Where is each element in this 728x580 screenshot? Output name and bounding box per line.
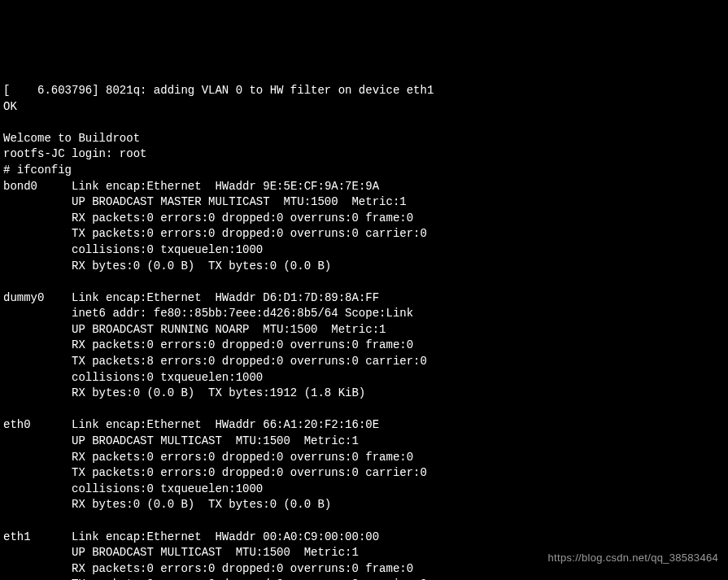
iface-name: eth0 xyxy=(3,418,31,431)
iface-label-eth0: eth0 Link encap:Ethernet HWaddr 66:A1:20… xyxy=(3,418,379,431)
iface-detail: Link encap:Ethernet HWaddr 9E:5E:CF:9A:7… xyxy=(72,180,379,193)
kernel-msg: [ 6.603796] 8021q: adding VLAN 0 to HW f… xyxy=(3,84,434,97)
login-prompt[interactable]: rootfs-JC login: root xyxy=(3,147,146,160)
iface-detail: UP BROADCAST RUNNING NOARP MTU:1500 Metr… xyxy=(3,323,386,336)
terminal-output: [ 6.603796] 8021q: adding VLAN 0 to HW f… xyxy=(0,63,728,580)
iface-detail: RX bytes:0 (0.0 B) TX bytes:1912 (1.8 Ki… xyxy=(3,386,365,399)
iface-detail: UP BROADCAST MASTER MULTICAST MTU:1500 M… xyxy=(3,195,407,208)
iface-detail: collisions:0 txqueuelen:1000 xyxy=(3,243,263,256)
iface-detail: UP BROADCAST MULTICAST MTU:1500 Metric:1 xyxy=(3,434,359,447)
iface-detail: RX packets:0 errors:0 dropped:0 overruns… xyxy=(3,451,413,464)
iface-detail: TX packets:8 errors:0 dropped:0 overruns… xyxy=(3,355,427,368)
command-prompt[interactable]: # ifconfig xyxy=(3,164,72,177)
welcome-line: Welcome to Buildroot xyxy=(3,132,140,145)
iface-label-eth1: eth1 Link encap:Ethernet HWaddr 00:A0:C9… xyxy=(3,530,379,543)
iface-detail: TX packets:0 errors:0 dropped:0 overruns… xyxy=(3,227,427,240)
watermark-text: https://blog.csdn.net/qq_38583464 xyxy=(548,551,718,565)
iface-detail: inet6 addr: fe80::85bb:7eee:d426:8b5/64 … xyxy=(3,307,413,320)
iface-detail: RX bytes:0 (0.0 B) TX bytes:0 (0.0 B) xyxy=(3,498,331,511)
iface-detail: Link encap:Ethernet HWaddr 66:A1:20:F2:1… xyxy=(72,418,379,431)
iface-detail: Link encap:Ethernet HWaddr D6:D1:7D:89:8… xyxy=(72,291,379,304)
iface-detail: RX packets:0 errors:0 dropped:0 overruns… xyxy=(3,338,413,351)
iface-label-dummy0: dummy0 Link encap:Ethernet HWaddr D6:D1:… xyxy=(3,291,379,304)
iface-detail: Link encap:Ethernet HWaddr 00:A0:C9:00:0… xyxy=(72,530,379,543)
iface-detail: TX packets:0 errors:0 dropped:0 overruns… xyxy=(3,466,427,479)
iface-detail: UP BROADCAST MULTICAST MTU:1500 Metric:1 xyxy=(3,546,359,559)
iface-name: dummy0 xyxy=(3,291,44,304)
iface-detail: RX packets:0 errors:0 dropped:0 overruns… xyxy=(3,562,413,575)
iface-label-bond0: bond0 Link encap:Ethernet HWaddr 9E:5E:C… xyxy=(3,180,379,193)
ok-line: OK xyxy=(3,100,17,113)
iface-name: bond0 xyxy=(3,180,37,193)
iface-detail: RX bytes:0 (0.0 B) TX bytes:0 (0.0 B) xyxy=(3,259,331,273)
iface-detail: RX packets:0 errors:0 dropped:0 overruns… xyxy=(3,212,413,225)
iface-detail: collisions:0 txqueuelen:1000 xyxy=(3,482,263,495)
iface-detail: collisions:0 txqueuelen:1000 xyxy=(3,371,263,384)
iface-name: eth1 xyxy=(3,530,31,543)
